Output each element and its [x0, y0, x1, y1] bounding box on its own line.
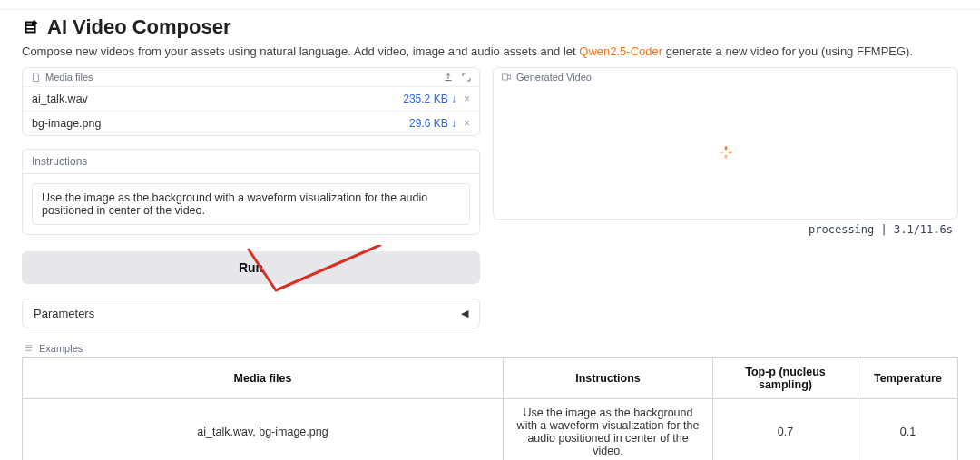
instructions-label: Instructions — [22, 149, 480, 173]
file-size[interactable]: 235.2 KB ↓ — [403, 93, 456, 105]
svg-rect-3 — [720, 152, 723, 154]
svg-rect-4 — [728, 152, 731, 154]
file-name: ai_talk.wav — [32, 93, 88, 105]
caret-left-icon: ◀ — [461, 308, 468, 319]
generated-video-label: Generated Video — [516, 72, 592, 83]
examples-row[interactable]: ai_talk.wav, bg-image.pngUse the image a… — [23, 399, 958, 461]
video-icon — [501, 72, 512, 83]
examples-table: Media filesInstructionsTop-p (nucleus sa… — [22, 357, 958, 460]
examples-column-header: Media files — [23, 358, 504, 399]
run-button[interactable]: Run — [22, 251, 480, 284]
instructions-input[interactable]: Use the image as the background with a w… — [32, 183, 470, 225]
parameters-label: Parameters — [34, 307, 94, 320]
file-size[interactable]: 29.6 KB ↓ — [409, 117, 456, 130]
file-name: bg-image.png — [32, 117, 101, 130]
svg-rect-2 — [724, 155, 727, 159]
media-files-label: Media files — [45, 72, 93, 83]
examples-cell: ai_talk.wav, bg-image.png — [23, 399, 504, 461]
list-icon — [24, 343, 34, 354]
app-logo-icon — [22, 17, 42, 37]
page-subtitle: Compose new videos from your assets usin… — [22, 44, 958, 58]
model-link[interactable]: Qwen2.5-Coder — [579, 44, 662, 58]
file-row[interactable]: ai_talk.wav235.2 KB ↓× — [23, 87, 479, 112]
svg-rect-1 — [724, 146, 727, 150]
page-title: AI Video Composer — [47, 15, 231, 39]
examples-cell: 0.1 — [858, 399, 958, 461]
upload-icon[interactable] — [443, 72, 454, 83]
remove-file-icon[interactable]: × — [464, 93, 470, 105]
generated-video-panel: Generated Video — [493, 67, 958, 220]
examples-cell: Use the image as the background with a w… — [504, 399, 713, 461]
media-files-panel: Media files ai_talk.wav235.2 KB ↓×bg-ima… — [22, 67, 480, 136]
loading-spinner-icon — [719, 145, 733, 160]
parameters-accordion[interactable]: Parameters ◀ — [22, 299, 480, 328]
examples-label: Examples — [22, 343, 958, 357]
examples-column-header: Top-p (nucleus sampling) — [713, 358, 858, 399]
file-row[interactable]: bg-image.png29.6 KB ↓× — [23, 112, 479, 135]
examples-cell: 0.7 — [713, 399, 858, 461]
file-icon — [30, 72, 41, 83]
processing-status: processing | 3.1/11.6s — [493, 220, 958, 238]
expand-icon[interactable] — [461, 72, 472, 83]
svg-rect-0 — [503, 74, 508, 80]
examples-column-header: Instructions — [504, 358, 713, 399]
examples-column-header: Temperature — [858, 358, 958, 399]
remove-file-icon[interactable]: × — [464, 117, 470, 130]
